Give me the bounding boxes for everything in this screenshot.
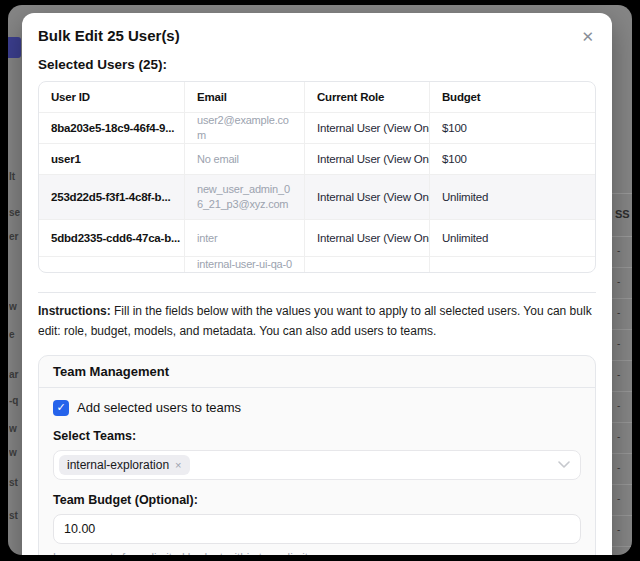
table-cell-role: Internal User (View Only) bbox=[304, 220, 429, 256]
remove-tag-icon[interactable]: × bbox=[175, 459, 181, 471]
select-teams-label: Select Teams: bbox=[53, 429, 581, 443]
background-nav-item-highlight bbox=[8, 37, 21, 58]
divider bbox=[38, 292, 596, 293]
table-cell-role: Internal User (View Only) bbox=[304, 175, 429, 219]
instructions-text: Instructions: Fill in the fields below w… bbox=[38, 302, 596, 342]
table-cell-user_id: 5dbd2335-cdd6-47ca-b... bbox=[39, 220, 184, 256]
checkbox-checked-icon[interactable]: ✓ bbox=[53, 400, 69, 416]
background-right-column: SS ---------- bbox=[612, 5, 632, 555]
table-cell-user_id: 253d22d5-f3f1-4c8f-b... bbox=[39, 175, 184, 219]
background-cell: - bbox=[612, 268, 632, 299]
table-cell-user_id: 8ba203e5-18c9-46f4-9... bbox=[39, 113, 184, 143]
table-cell-budget: $100 bbox=[429, 113, 595, 143]
budget-helper-text: Leave empty for unlimited budget within … bbox=[53, 551, 581, 555]
table-cell-email: No email bbox=[184, 144, 304, 174]
table-row: internal-user-ui-qa-06-28- bbox=[39, 256, 595, 273]
column-header-email: Email bbox=[184, 82, 304, 112]
table-cell-email: new_user_admin_06_21_p3@xyz.com bbox=[184, 175, 304, 219]
table-header-row: User ID Email Current Role Budget bbox=[39, 82, 595, 112]
add-users-to-teams-checkbox-row[interactable]: ✓ Add selected users to teams bbox=[53, 400, 581, 416]
background-text-fragment: w bbox=[9, 423, 22, 434]
background-text-fragment: -q bbox=[9, 395, 22, 406]
background-text-fragment: se bbox=[9, 207, 22, 218]
table-cell-role bbox=[304, 257, 429, 273]
background-text-fragment: ar bbox=[9, 369, 22, 380]
background-cell: - bbox=[612, 361, 632, 392]
background-cell: - bbox=[612, 330, 632, 361]
select-teams-input[interactable]: internal-exploration × bbox=[53, 450, 581, 480]
background-text-fragment: lt bbox=[9, 171, 22, 182]
table-cell-user_id bbox=[39, 257, 184, 273]
team-tag: internal-exploration × bbox=[59, 455, 190, 475]
table-row: 8ba203e5-18c9-46f4-9...user2@example.com… bbox=[39, 112, 595, 143]
team-budget-input[interactable] bbox=[53, 514, 581, 544]
instructions-label: Instructions: bbox=[38, 304, 111, 318]
table-cell-email: inter bbox=[184, 220, 304, 256]
team-tag-label: internal-exploration bbox=[67, 458, 169, 472]
background-text-fragment: e bbox=[9, 329, 22, 340]
column-header-current-role: Current Role bbox=[304, 82, 429, 112]
background-cell: - bbox=[612, 423, 632, 454]
selected-users-table-body: 8ba203e5-18c9-46f4-9...user2@example.com… bbox=[39, 112, 595, 273]
team-management-card: Team Management ✓ Add selected users to … bbox=[38, 355, 596, 555]
background-text-fragment: st bbox=[9, 510, 22, 521]
background-left-fragments: ltseerwear-qwwstst bbox=[8, 5, 22, 555]
table-cell-email: user2@example.com bbox=[184, 113, 304, 143]
checkbox-label: Add selected users to teams bbox=[77, 400, 241, 415]
table-cell-budget: $100 bbox=[429, 144, 595, 174]
column-header-user-id: User ID bbox=[39, 82, 184, 112]
background-text-fragment: er bbox=[9, 231, 22, 242]
bulk-edit-modal: Bulk Edit 25 User(s) ✕ Selected Users (2… bbox=[22, 13, 612, 555]
table-cell-email: internal-user-ui-qa-06-28- bbox=[184, 257, 304, 273]
table-row: 253d22d5-f3f1-4c8f-b...new_user_admin_06… bbox=[39, 174, 595, 219]
team-management-title: Team Management bbox=[39, 356, 595, 388]
table-cell-role: Internal User (View Only) bbox=[304, 144, 429, 174]
background-cell: - bbox=[612, 299, 632, 330]
column-header-budget: Budget bbox=[429, 82, 595, 112]
dimmed-page-backdrop: ltseerwear-qwwstst SS ---------- Bulk Ed… bbox=[8, 5, 632, 555]
selected-users-table[interactable]: User ID Email Current Role Budget 8ba203… bbox=[38, 81, 596, 273]
modal-title: Bulk Edit 25 User(s) bbox=[38, 27, 596, 44]
background-cell: - bbox=[612, 237, 632, 268]
table-cell-role: Internal User (View Only) bbox=[304, 113, 429, 143]
table-cell-budget: Unlimited bbox=[429, 220, 595, 256]
table-row: 5dbd2335-cdd6-47ca-b...interInternal Use… bbox=[39, 219, 595, 256]
background-cell: - bbox=[612, 485, 632, 516]
background-cell: - bbox=[612, 392, 632, 423]
background-text-fragment: w bbox=[9, 301, 22, 312]
table-cell-user_id: user1 bbox=[39, 144, 184, 174]
close-icon[interactable]: ✕ bbox=[581, 29, 594, 44]
team-budget-label: Team Budget (Optional): bbox=[53, 493, 581, 507]
background-column-header: SS bbox=[612, 193, 632, 237]
selected-users-label: Selected Users (25): bbox=[38, 57, 596, 72]
background-text-fragment: st bbox=[9, 477, 22, 488]
chevron-down-icon[interactable] bbox=[558, 461, 570, 469]
background-cell: - bbox=[612, 516, 632, 547]
table-row: user1No emailInternal User (View Only)$1… bbox=[39, 143, 595, 174]
background-text-fragment: w bbox=[9, 447, 22, 458]
table-cell-budget: Unlimited bbox=[429, 175, 595, 219]
background-right-rows: ---------- bbox=[612, 237, 632, 547]
table-cell-budget bbox=[429, 257, 595, 273]
background-cell: - bbox=[612, 454, 632, 485]
